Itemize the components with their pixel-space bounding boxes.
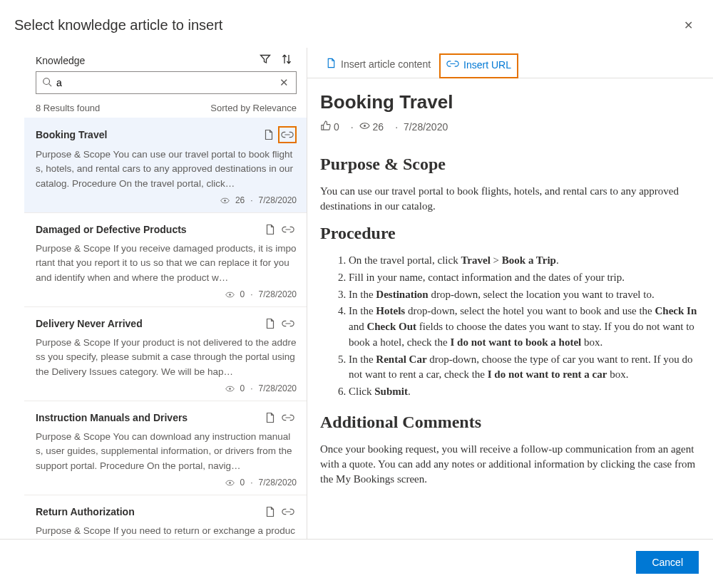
- cancel-button[interactable]: Cancel: [636, 551, 699, 574]
- result-date: 7/28/2020: [259, 383, 297, 393]
- doc-icon[interactable]: [261, 127, 277, 143]
- result-card[interactable]: Instruction Manuals and Drivers Purpose …: [24, 401, 307, 495]
- link-icon[interactable]: [279, 222, 297, 237]
- eye-icon: [225, 383, 235, 393]
- search-box[interactable]: ✕: [36, 71, 297, 94]
- dialog-title: Select knowledge article to insert: [14, 17, 222, 33]
- result-card[interactable]: Return Authorization Purpose & Scope If …: [24, 495, 307, 539]
- result-views: 0: [240, 478, 245, 488]
- result-title: Booking Travel: [36, 129, 107, 140]
- result-snippet: Purpose & Scope If you receive damaged p…: [36, 242, 297, 285]
- result-date: 7/28/2020: [259, 195, 297, 205]
- doc-icon[interactable]: [262, 504, 278, 520]
- result-snippet: Purpose & Scope You can use our travel p…: [36, 148, 297, 191]
- result-title: Delivery Never Arrived: [36, 318, 143, 329]
- eye-icon: [225, 289, 235, 299]
- search-icon: [42, 77, 52, 89]
- result-title: Instruction Manuals and Drivers: [36, 412, 188, 423]
- preview-title: Booking Travel: [320, 91, 700, 113]
- result-card[interactable]: Delivery Never Arrived Purpose & Scope I…: [24, 307, 307, 401]
- result-snippet: Purpose & Scope If your product is not d…: [36, 336, 297, 379]
- sort-icon[interactable]: [281, 53, 292, 67]
- doc-icon[interactable]: [262, 316, 278, 331]
- result-card[interactable]: Booking Travel Purpose & Scope You can u…: [24, 118, 307, 213]
- doc-icon[interactable]: [262, 222, 278, 237]
- result-date: 7/28/2020: [259, 478, 297, 488]
- section-heading: Purpose & Scope: [320, 155, 700, 174]
- link-icon[interactable]: [279, 504, 297, 520]
- result-title: Damaged or Defective Products: [36, 224, 187, 235]
- section-para: Once your booking request, you will rece…: [320, 442, 700, 487]
- result-views: 0: [240, 383, 245, 393]
- knowledge-panel: Knowledge ✕ 8 Results found Sorted by Re…: [0, 48, 307, 539]
- clear-search-icon[interactable]: ✕: [278, 76, 290, 89]
- close-button[interactable]: ✕: [678, 16, 699, 35]
- section-heading: Additional Comments: [320, 413, 700, 432]
- procedure-list: On the travel portal, click Travel > Boo…: [320, 253, 700, 400]
- search-input[interactable]: [52, 77, 278, 88]
- link-icon: [446, 58, 459, 71]
- link-icon[interactable]: [279, 316, 297, 331]
- result-views: 26: [235, 195, 245, 205]
- preview-panel: Insert article content Insert URL Bookin…: [307, 48, 713, 539]
- filter-icon[interactable]: [260, 53, 271, 67]
- sort-label: Sorted by Relevance: [210, 103, 297, 113]
- doc-icon[interactable]: [262, 410, 278, 425]
- results-list[interactable]: Booking Travel Purpose & Scope You can u…: [24, 118, 307, 539]
- eye-icon: [359, 120, 370, 133]
- result-snippet: Purpose & Scope You can download any ins…: [36, 430, 297, 473]
- result-title: Return Authorization: [36, 506, 135, 517]
- link-icon[interactable]: [279, 410, 297, 425]
- result-snippet: Purpose & Scope If you need to return or…: [36, 524, 297, 539]
- eye-icon: [225, 478, 235, 488]
- section-heading: Procedure: [320, 224, 700, 243]
- results-count: 8 Results found: [36, 103, 100, 113]
- preview-content: Purpose & Scope You can use our travel p…: [320, 155, 700, 487]
- eye-icon: [220, 195, 230, 205]
- thumb-icon: [320, 120, 331, 133]
- link-icon[interactable]: [278, 126, 297, 143]
- tab-insert-url[interactable]: Insert URL: [439, 53, 518, 78]
- knowledge-heading: Knowledge: [36, 55, 85, 66]
- tab-insert-content[interactable]: Insert article content: [320, 53, 436, 78]
- doc-icon: [326, 58, 337, 71]
- result-views: 0: [240, 289, 245, 299]
- preview-meta: 0 · 26 · 7/28/2020: [320, 120, 700, 133]
- result-card[interactable]: Damaged or Defective Products Purpose & …: [24, 213, 307, 307]
- section-para: You can use our travel portal to book fl…: [320, 184, 700, 214]
- result-date: 7/28/2020: [259, 289, 297, 299]
